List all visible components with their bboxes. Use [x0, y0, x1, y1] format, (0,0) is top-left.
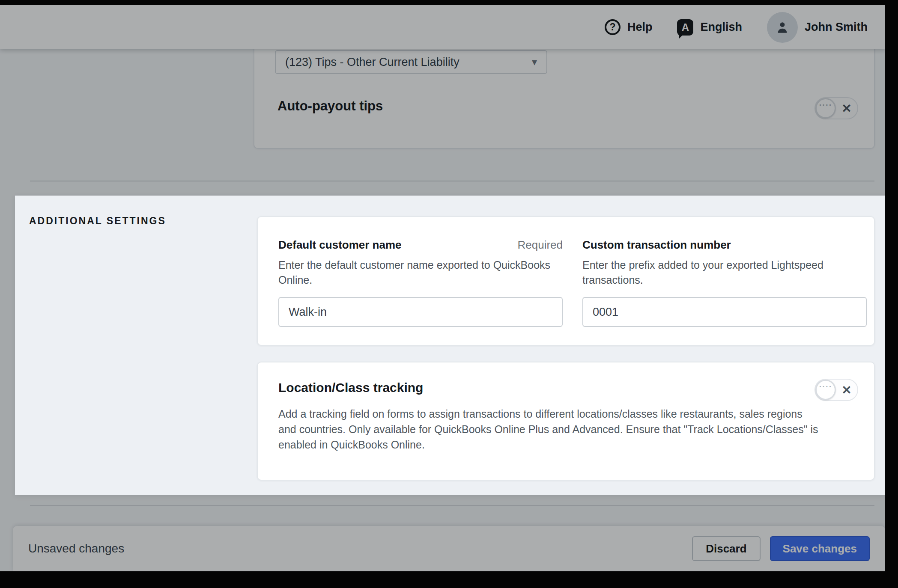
person-icon — [774, 19, 791, 36]
help-label: Help — [627, 21, 653, 34]
autopayout-tips-toggle[interactable] — [814, 97, 858, 119]
custom-transaction-label: Custom transaction number — [582, 238, 731, 252]
language-label: English — [700, 21, 742, 34]
location-tracking-title: Location/Class tracking — [278, 380, 853, 395]
user-menu-item[interactable]: John Smith — [767, 12, 868, 43]
toggle-off-x-icon — [836, 101, 857, 116]
custom-transaction-description: Enter the prefix added to your exported … — [582, 258, 867, 288]
chevron-down-icon: ▾ — [532, 57, 537, 67]
tips-account-select[interactable]: (123) Tips - Other Current Liability ▾ — [275, 50, 547, 74]
avatar — [767, 12, 798, 43]
required-badge: Required — [517, 238, 563, 252]
additional-settings-label: ADDITIONAL SETTINGS — [29, 215, 166, 227]
help-question-icon: ? — [605, 19, 621, 35]
help-menu-item[interactable]: ? Help — [605, 19, 653, 35]
footer-bar: Unsaved changes Discard Save changes — [13, 526, 885, 571]
default-customer-input[interactable] — [278, 297, 563, 327]
top-bar-menu: ? Help A English John Smith — [605, 5, 868, 49]
language-menu-item[interactable]: A English — [677, 19, 742, 36]
toggle-knob — [815, 98, 836, 119]
window-frame-bottom — [0, 571, 898, 588]
discard-button[interactable]: Discard — [692, 536, 760, 561]
tips-account-select-value: (123) Tips - Other Current Liability — [285, 56, 459, 69]
location-tracking-description: Add a tracking field on forms to assign … — [278, 406, 823, 452]
user-name: John Smith — [805, 21, 868, 34]
autopayout-tips-title: Auto-payout tips — [277, 98, 383, 114]
default-customer-field: Default customer name Required Enter the… — [278, 238, 563, 324]
default-customer-description: Enter the default customer name exported… — [278, 258, 563, 288]
section-divider-bottom — [30, 505, 874, 506]
toggle-knob — [815, 380, 836, 400]
window-frame-right — [885, 0, 898, 588]
top-bar: ? Help A English John Smith — [0, 5, 885, 49]
location-tracking-toggle[interactable] — [814, 379, 858, 401]
custom-transaction-field: Custom transaction number Enter the pref… — [582, 238, 867, 324]
section-divider-top — [30, 181, 874, 181]
language-icon: A — [677, 19, 693, 36]
fields-card: Default customer name Required Enter the… — [257, 216, 875, 346]
default-customer-label: Default customer name — [278, 238, 402, 252]
toggle-off-x-icon — [836, 383, 857, 397]
window-frame-top — [0, 0, 898, 5]
unsaved-changes-status: Unsaved changes — [28, 542, 124, 555]
save-changes-button[interactable]: Save changes — [770, 536, 870, 561]
app-screen: ? Help A English John Smith (123) Tips -… — [0, 0, 898, 588]
location-tracking-card: Location/Class tracking Add a tracking f… — [257, 362, 875, 481]
custom-transaction-input[interactable] — [582, 297, 867, 327]
